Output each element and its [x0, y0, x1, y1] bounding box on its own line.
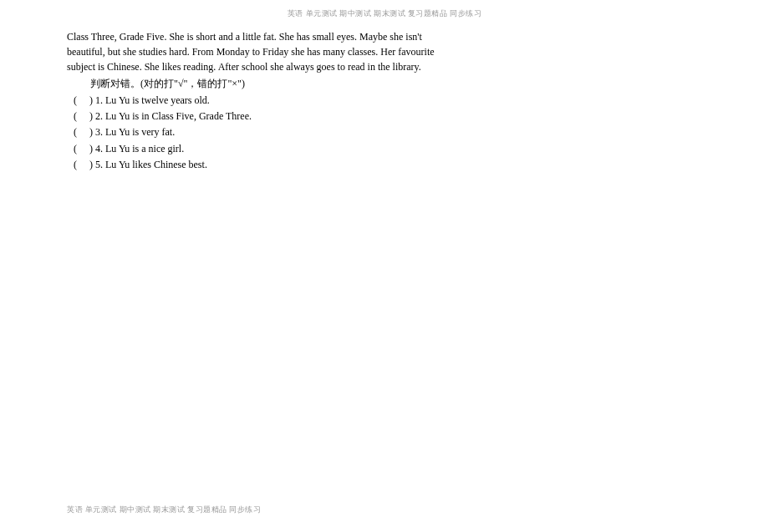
- passage-line: beautiful, but she studies hard. From Mo…: [67, 44, 702, 59]
- question-number: 2.: [95, 110, 103, 122]
- question-text: Lu Yu is a nice girl.: [105, 143, 184, 155]
- question-text: Lu Yu is very fat.: [105, 126, 175, 138]
- answer-blank[interactable]: ( ): [74, 109, 93, 124]
- question-item: ( ) 2. Lu Yu is in Class Five, Grade Thr…: [74, 109, 702, 124]
- question-number: 5.: [95, 159, 103, 170]
- question-number: 4.: [95, 143, 103, 155]
- question-number: 3.: [95, 126, 103, 138]
- answer-blank[interactable]: ( ): [74, 93, 93, 109]
- answer-blank[interactable]: ( ): [74, 124, 93, 140]
- footer-text: 英语 单元测试 期中测试 期末测试 复习题精品 同步练习: [67, 505, 261, 514]
- question-text: Lu Yu is twelve years old.: [105, 94, 210, 106]
- page-footer: 英语 单元测试 期中测试 期末测试 复习题精品 同步练习: [67, 504, 261, 515]
- question-item: ( ) 5. Lu Yu likes Chinese best.: [74, 157, 702, 173]
- document-content: Class Three, Grade Five. She is short an…: [0, 19, 769, 173]
- page-header: 英语 单元测试 期中测试 期末测试 复习题精品 同步练习: [0, 0, 769, 19]
- question-text: Lu Yu likes Chinese best.: [105, 159, 207, 170]
- question-item: ( ) 1. Lu Yu is twelve years old.: [74, 93, 702, 109]
- question-number: 1.: [95, 94, 103, 106]
- instruction-text: 判断对错。(对的打"√"，错的打"×"): [67, 76, 702, 91]
- reading-passage: Class Three, Grade Five. She is short an…: [67, 29, 702, 74]
- passage-line: subject is Chinese. She likes reading. A…: [67, 59, 702, 74]
- question-item: ( ) 4. Lu Yu is a nice girl.: [74, 141, 702, 157]
- header-text: 英语 单元测试 期中测试 期末测试 复习题精品 同步练习: [288, 9, 481, 18]
- question-item: ( ) 3. Lu Yu is very fat.: [74, 124, 702, 140]
- passage-line: Class Three, Grade Five. She is short an…: [67, 29, 702, 44]
- question-list: ( ) 1. Lu Yu is twelve years old. ( ) 2.…: [67, 93, 702, 173]
- answer-blank[interactable]: ( ): [74, 157, 93, 173]
- question-text: Lu Yu is in Class Five, Grade Three.: [105, 110, 252, 122]
- answer-blank[interactable]: ( ): [74, 141, 93, 157]
